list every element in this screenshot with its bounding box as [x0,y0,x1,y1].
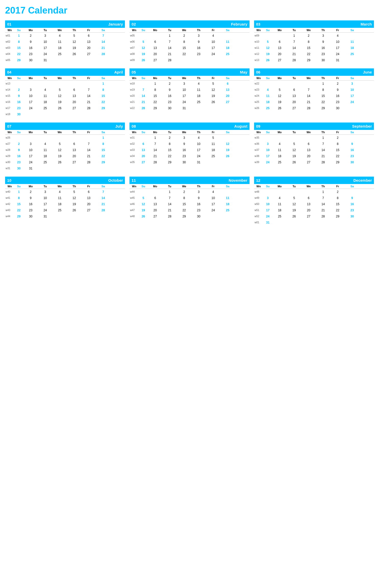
day-header-mo: Mo [23,131,38,134]
day-cell: 4 [38,141,53,146]
week-row: w289101112131415 [5,147,125,153]
day-cell: 14 [96,39,111,44]
month-number: 11 [132,178,136,182]
day-cell: 1 [96,81,111,86]
day-header-mo: Mo [272,185,287,188]
day-header-sa: Sa [220,29,235,32]
day-header-su: Su [263,131,272,134]
day-cell: 26 [263,58,272,63]
day-header-we: We [177,131,191,134]
day-cell: 1 [14,33,23,38]
day-cell: 26 [287,160,302,165]
day-cell: 17 [330,45,345,51]
day-cell [263,135,272,140]
week-number: w03 [5,45,14,51]
day-cell: 7 [148,141,162,146]
day-cell: 10 [191,141,206,146]
day-cell: 31 [38,214,53,219]
day-header-row: WnSuMoTuWeThFrSa [5,76,125,81]
day-cell: 19 [206,93,220,99]
day-cell: 16 [330,93,345,99]
day-cell: 24 [177,100,191,105]
day-cell: 4 [272,195,287,201]
week-row: w0819202122232425 [129,51,249,57]
month-name: March [361,22,372,26]
day-header-fr: Fr [206,131,220,134]
day-cell: 24 [38,208,53,213]
day-cell: 22 [14,208,23,213]
day-cell: 18 [345,45,359,51]
day-cell: 18 [191,93,206,99]
day-cell: 6 [287,87,302,92]
week-row: w0712131415161718 [129,45,249,51]
day-cell: 21 [287,52,302,57]
day-cell: 29 [96,106,111,111]
week-row: w3112345 [129,135,249,141]
week-number: w02 [5,39,14,44]
day-cell [14,81,23,86]
week-number: w51 [254,208,263,213]
day-cell [345,106,359,111]
month-name: January [108,22,123,26]
day-cell: 8 [177,195,191,201]
day-cell: 5 [287,141,302,146]
day-cell: 10 [177,87,191,92]
day-cell: 21 [82,154,96,159]
week-row: w3420212223242526 [129,153,249,159]
day-header-we: We [177,29,191,32]
day-header-sa: Sa [96,77,111,80]
day-header-wn: Wn [5,77,14,80]
week-row: w18123456 [129,81,249,87]
day-cell: 14 [162,45,177,51]
day-cell: 16 [23,45,38,51]
week-number: w48 [254,189,263,194]
day-header-we: We [301,131,316,134]
day-cell: 29 [177,214,191,219]
day-cell: 8 [96,87,111,92]
week-number: w12 [254,52,263,57]
day-cell: 3 [345,81,359,86]
day-header-sa: Sa [345,29,359,32]
day-cell: 17 [263,208,272,213]
day-cell: 7 [162,39,177,44]
day-header-tu: Tu [162,131,177,134]
day-cell: 3 [23,87,38,92]
day-cell: 5 [206,135,220,140]
month-08: 08AugustWnSuMoTuWeThFrSaw3112345w3267891… [129,122,249,172]
month-number: 10 [7,178,11,182]
day-cell [82,214,96,219]
week-number: w35 [254,135,263,140]
month-number: 01 [7,22,11,26]
day-header-fr: Fr [82,29,96,32]
day-cell: 25 [53,52,67,57]
month-number: 03 [256,22,260,26]
week-row: w2916171819202122 [5,153,125,159]
month-header-08: 08August [129,122,249,130]
week-number: w01 [5,33,14,38]
day-cell: 19 [287,208,302,213]
day-cell: 12 [287,202,302,207]
day-header-tu: Tu [162,185,177,188]
day-header-wn: Wn [129,131,139,134]
day-cell: 30 [345,160,359,165]
day-cell: 11 [38,93,53,99]
day-cell: 20 [67,100,82,105]
day-cell: 1 [162,33,177,38]
day-cell: 11 [206,141,220,146]
day-cell: 21 [148,154,162,159]
day-cell: 23 [162,100,177,105]
month-number: 09 [256,124,260,128]
day-cell: 8 [301,39,316,44]
day-cell: 21 [316,208,330,213]
calendar-grid: 01JanuaryWnSuMoTuWeThFrSaw011234567w0289… [5,20,374,226]
day-cell: 29 [96,160,111,165]
day-header-we: We [177,185,191,188]
day-cell: 21 [82,100,96,105]
day-header-fr: Fr [330,29,345,32]
day-cell [345,220,359,225]
day-cell: 31 [38,58,53,63]
day-cell [23,112,38,117]
day-cell: 11 [220,195,235,201]
week-row: w272345678 [5,141,125,147]
day-cell: 17 [23,100,38,105]
